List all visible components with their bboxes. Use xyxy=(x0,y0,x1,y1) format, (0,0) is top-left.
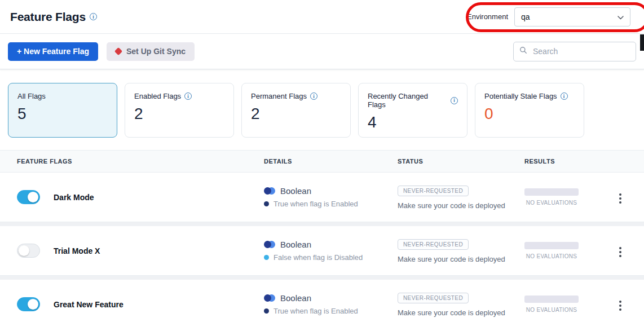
stat-card-value: 0 xyxy=(484,106,575,122)
flag-type: Boolean xyxy=(280,240,311,249)
boolean-type-icon xyxy=(264,241,276,249)
table-row-dark-mode: Dark ModeBooleanTrue when flag is Enable… xyxy=(0,173,644,222)
flag-type: Boolean xyxy=(280,186,311,196)
table-header-row: FEATURE FLAGS DETAILS STATUS RESULTS xyxy=(0,150,644,173)
table-row-great-new-feature: Great New FeatureBooleanTrue when flag i… xyxy=(0,280,644,322)
column-header-status: STATUS xyxy=(398,158,524,165)
boolean-type-icon xyxy=(264,187,276,195)
stat-card-value: 2 xyxy=(251,106,341,122)
git-sync-label: Set Up Git Sync xyxy=(126,47,186,56)
info-icon[interactable]: i xyxy=(451,97,458,104)
environment-select[interactable]: qa xyxy=(514,7,630,27)
results-bar xyxy=(524,188,579,196)
column-header-feature-flags: FEATURE FLAGS xyxy=(17,158,264,165)
default-value-dot xyxy=(264,201,269,206)
stat-card-label: Recently Changed Flags xyxy=(368,92,447,109)
stat-card-potentially-stale-flags[interactable]: Potentially Stale Flagsi0 xyxy=(475,83,584,138)
flag-name[interactable]: Trial Mode X xyxy=(54,246,100,255)
status-badge: NEVER-REQUESTED xyxy=(398,239,469,250)
feature-flags-page: Feature Flags i Environment qa + New Fea… xyxy=(0,0,644,322)
flag-name[interactable]: Dark Mode xyxy=(54,193,94,202)
status-badge: NEVER-REQUESTED xyxy=(398,293,469,303)
flag-toggle[interactable] xyxy=(17,297,40,311)
info-icon[interactable]: i xyxy=(561,92,568,100)
status-text: Make sure your code is deployed xyxy=(398,255,524,263)
default-value-text: True when flag is Enabled xyxy=(274,307,358,315)
page-title: Feature Flags xyxy=(10,10,86,24)
stat-card-value: 2 xyxy=(134,106,224,122)
new-feature-flag-button[interactable]: + New Feature Flag xyxy=(8,42,98,61)
flag-type: Boolean xyxy=(280,293,311,303)
toggle-knob xyxy=(28,299,38,310)
kebab-menu-icon[interactable] xyxy=(616,190,625,207)
column-header-details: DETAILS xyxy=(264,158,398,165)
stat-card-value: 5 xyxy=(17,106,108,122)
scrollbar-thumb[interactable] xyxy=(640,34,644,51)
results-text: NO EVALUATIONS xyxy=(524,200,579,206)
status-text: Make sure your code is deployed xyxy=(398,308,524,317)
stat-card-enabled-flags[interactable]: Enabled Flagsi2 xyxy=(125,83,234,138)
stat-card-recently-changed-flags[interactable]: Recently Changed Flagsi4 xyxy=(358,83,467,138)
search-box xyxy=(513,42,636,61)
feature-flags-table: FEATURE FLAGS DETAILS STATUS RESULTS Dar… xyxy=(0,150,644,322)
stat-card-value: 4 xyxy=(368,114,458,130)
toggle-knob xyxy=(28,192,38,202)
results-text: NO EVALUATIONS xyxy=(524,307,579,313)
search-input[interactable] xyxy=(532,46,630,56)
flag-name[interactable]: Great New Feature xyxy=(54,300,123,309)
default-value-dot xyxy=(264,308,269,314)
stat-card-all-flags[interactable]: All Flags5 xyxy=(8,83,117,138)
flag-toggle[interactable] xyxy=(17,190,40,204)
results-text: NO EVALUATIONS xyxy=(524,253,579,259)
boolean-type-icon xyxy=(264,294,276,302)
stat-card-label: Potentially Stale Flags xyxy=(484,92,557,100)
toolbar: + New Feature Flag Set Up Git Sync xyxy=(0,34,644,69)
environment-value: qa xyxy=(521,12,530,21)
git-sync-icon xyxy=(114,47,122,55)
info-icon[interactable]: i xyxy=(90,13,97,20)
column-header-results: RESULTS xyxy=(524,158,615,165)
info-icon[interactable]: i xyxy=(310,92,317,100)
page-header: Feature Flags i Environment qa xyxy=(0,0,644,34)
stat-card-label: Enabled Flags xyxy=(134,92,181,100)
status-badge: NEVER-REQUESTED xyxy=(398,186,469,196)
stat-card-permanent-flags[interactable]: Permanent Flagsi2 xyxy=(241,83,351,138)
info-icon[interactable]: i xyxy=(184,92,192,100)
search-icon xyxy=(519,46,527,56)
table-body: Dark ModeBooleanTrue when flag is Enable… xyxy=(0,173,644,322)
default-value-text: False when flag is Disabled xyxy=(274,253,363,262)
stat-cards-row: All Flags5Enabled Flagsi2Permanent Flags… xyxy=(0,69,644,144)
chevron-down-icon xyxy=(617,12,624,21)
new-feature-flag-label: + New Feature Flag xyxy=(17,47,89,56)
default-value-text: True when flag is Enabled xyxy=(274,200,358,208)
table-row-trial-mode-x: Trial Mode XBooleanFalse when flag is Di… xyxy=(0,226,644,276)
toggle-knob xyxy=(19,245,29,256)
results-bar xyxy=(524,295,579,303)
stat-card-label: Permanent Flags xyxy=(251,92,307,100)
kebab-menu-icon[interactable] xyxy=(616,297,625,314)
flag-toggle[interactable] xyxy=(17,244,40,258)
stat-card-label: All Flags xyxy=(17,92,46,100)
kebab-menu-icon[interactable] xyxy=(616,244,625,261)
git-sync-button[interactable]: Set Up Git Sync xyxy=(107,42,195,61)
default-value-dot xyxy=(264,255,269,260)
results-bar xyxy=(524,242,579,249)
environment-label: Environment xyxy=(467,12,508,21)
status-text: Make sure your code is deployed xyxy=(398,201,524,210)
